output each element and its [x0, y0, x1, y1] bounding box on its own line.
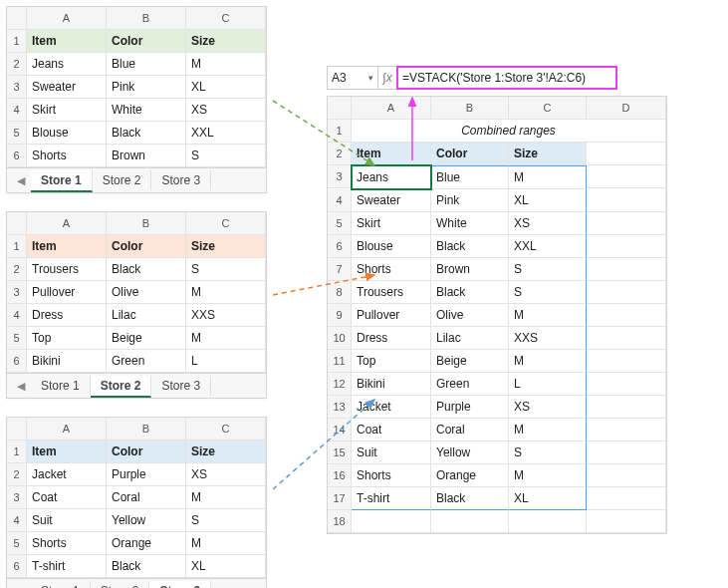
- cell[interactable]: White: [107, 99, 186, 122]
- tab-prev-icon[interactable]: ◀: [11, 380, 31, 393]
- row-header[interactable]: 8: [328, 281, 352, 304]
- cell[interactable]: Brown: [431, 258, 509, 281]
- cell-empty[interactable]: [587, 281, 666, 304]
- row-header[interactable]: 7: [328, 258, 352, 281]
- cell[interactable]: M: [509, 464, 587, 487]
- cell[interactable]: Olive: [431, 304, 509, 327]
- row-header[interactable]: 4: [7, 509, 27, 532]
- cell[interactable]: Yellow: [431, 441, 509, 464]
- cell[interactable]: Jeans: [352, 165, 431, 189]
- cell[interactable]: Sweater: [352, 189, 431, 212]
- cell[interactable]: Dress: [27, 304, 107, 327]
- cell-empty[interactable]: [431, 510, 509, 533]
- cell[interactable]: Purple: [107, 463, 186, 486]
- row-header[interactable]: 10: [328, 327, 352, 350]
- cell[interactable]: Coral: [431, 419, 509, 441]
- cell[interactable]: Top: [352, 350, 431, 373]
- cell[interactable]: XS: [186, 99, 266, 122]
- cell[interactable]: Olive: [107, 281, 186, 304]
- tab-store3[interactable]: Store 3: [151, 376, 211, 396]
- row-header[interactable]: 4: [7, 304, 27, 327]
- row-header[interactable]: 9: [328, 304, 352, 327]
- cell[interactable]: Bikini: [352, 373, 431, 396]
- tab-store2[interactable]: Store 2: [91, 581, 150, 588]
- row-header[interactable]: 14: [328, 419, 352, 441]
- header-item[interactable]: Item: [352, 143, 431, 165]
- tab-store2[interactable]: Store 2: [93, 170, 152, 190]
- cell[interactable]: M: [509, 165, 587, 189]
- cell[interactable]: M: [509, 304, 587, 327]
- cell[interactable]: Black: [431, 487, 509, 510]
- cell[interactable]: Suit: [352, 441, 431, 464]
- cell-empty[interactable]: [587, 304, 666, 327]
- cell[interactable]: Lilac: [431, 327, 509, 350]
- cell[interactable]: M: [509, 350, 587, 373]
- row-header[interactable]: 18: [328, 510, 352, 533]
- cell[interactable]: Shorts: [27, 532, 107, 555]
- row-header[interactable]: 1: [7, 30, 27, 53]
- col-header[interactable]: A: [27, 418, 107, 441]
- row-header[interactable]: 4: [328, 189, 352, 212]
- tab-store1[interactable]: Store 1: [31, 170, 93, 192]
- cell[interactable]: Beige: [431, 350, 509, 373]
- cell[interactable]: S: [509, 258, 587, 281]
- row-header[interactable]: 1: [7, 441, 27, 463]
- combined-title[interactable]: Combined ranges: [352, 120, 666, 143]
- cell-empty[interactable]: [587, 258, 666, 281]
- cell[interactable]: Purple: [431, 396, 509, 419]
- cell[interactable]: T-shirt: [27, 555, 107, 578]
- fx-icon[interactable]: ∫x: [378, 67, 397, 89]
- header-item[interactable]: Item: [27, 235, 107, 258]
- cell[interactable]: XXL: [509, 235, 587, 258]
- cell[interactable]: XXL: [186, 122, 266, 145]
- cell-empty[interactable]: [587, 235, 666, 258]
- row-header[interactable]: 5: [7, 532, 27, 555]
- row-header[interactable]: 5: [7, 122, 27, 145]
- cell[interactable]: White: [431, 212, 509, 235]
- cell[interactable]: Blue: [431, 165, 509, 189]
- tab-prev-icon[interactable]: ◀: [11, 174, 31, 187]
- row-header[interactable]: 5: [328, 212, 352, 235]
- tab-prev-icon[interactable]: ◀: [11, 585, 31, 589]
- col-header[interactable]: A: [27, 7, 107, 30]
- row-header[interactable]: 2: [7, 258, 27, 281]
- cell[interactable]: XXS: [186, 304, 266, 327]
- row-header[interactable]: 5: [7, 327, 27, 350]
- tab-store2[interactable]: Store 2: [91, 376, 152, 398]
- cell[interactable]: Trousers: [27, 258, 107, 281]
- cell[interactable]: XXS: [509, 327, 587, 350]
- cell[interactable]: Black: [431, 281, 509, 304]
- cell-empty[interactable]: [587, 189, 666, 212]
- row-header[interactable]: 3: [7, 486, 27, 509]
- cell[interactable]: Jacket: [352, 396, 431, 419]
- cell[interactable]: S: [186, 509, 266, 532]
- row-header[interactable]: 6: [7, 145, 27, 167]
- cell[interactable]: Coral: [107, 486, 186, 509]
- row-header[interactable]: 17: [328, 487, 352, 510]
- cell[interactable]: M: [186, 532, 266, 555]
- cell[interactable]: Black: [107, 122, 186, 145]
- cell[interactable]: S: [509, 441, 587, 464]
- cell[interactable]: Orange: [107, 532, 186, 555]
- col-header[interactable]: C: [186, 212, 266, 235]
- cell[interactable]: Black: [431, 235, 509, 258]
- cell-empty[interactable]: [587, 464, 666, 487]
- cell[interactable]: Blouse: [352, 235, 431, 258]
- dropdown-icon[interactable]: ▾: [368, 73, 373, 83]
- cell[interactable]: Coat: [27, 486, 107, 509]
- cell[interactable]: XL: [186, 555, 266, 578]
- row-header[interactable]: 13: [328, 396, 352, 419]
- cell[interactable]: Jeans: [27, 53, 107, 76]
- cell[interactable]: Green: [431, 373, 509, 396]
- col-header[interactable]: A: [352, 97, 431, 120]
- col-header[interactable]: B: [107, 212, 186, 235]
- row-header[interactable]: 3: [7, 281, 27, 304]
- tab-store3[interactable]: Store 3: [149, 581, 211, 589]
- col-header[interactable]: C: [186, 7, 266, 30]
- cell[interactable]: Brown: [107, 145, 186, 167]
- row-header[interactable]: 16: [328, 464, 352, 487]
- cell[interactable]: M: [186, 486, 266, 509]
- cell[interactable]: S: [186, 145, 266, 167]
- cell[interactable]: M: [186, 53, 266, 76]
- row-header[interactable]: 12: [328, 373, 352, 396]
